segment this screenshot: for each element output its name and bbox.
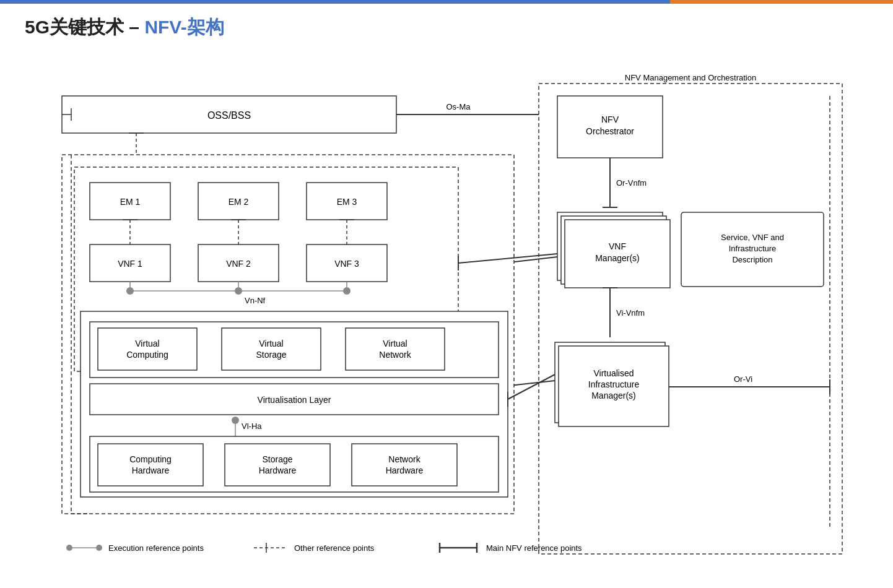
virtualisation-layer-label: Virtualisation Layer bbox=[258, 395, 331, 405]
svg-rect-64 bbox=[225, 444, 330, 486]
vnf1-label: VNF 1 bbox=[118, 259, 142, 269]
main-nfv-ref-label: Main NFV reference points bbox=[486, 543, 582, 553]
svg-text:Storage: Storage bbox=[256, 350, 286, 360]
page-title: 5G关键技术 – NFV-架构 bbox=[0, 4, 893, 46]
svg-text:Infrastructure: Infrastructure bbox=[729, 244, 777, 253]
vnf-manager-label: VNF bbox=[609, 241, 626, 251]
top-bar bbox=[0, 0, 893, 4]
vnf3-label: VNF 3 bbox=[334, 259, 359, 269]
vi-ha-label: Vl-Ha bbox=[242, 422, 262, 431]
em3-label: EM 3 bbox=[337, 197, 357, 207]
title-prefix: 5G关键技术 – bbox=[25, 17, 144, 37]
top-bar-orange bbox=[670, 0, 894, 4]
storage-hardware-label: Storage bbox=[262, 454, 292, 464]
svg-rect-52 bbox=[98, 328, 197, 370]
os-ma-label: Os-Ma bbox=[446, 102, 471, 111]
or-vnfm-label: Or-Vnfm bbox=[616, 178, 647, 188]
nfv-mano-label: NFV Management and Orchestration bbox=[625, 73, 756, 82]
svg-rect-54 bbox=[222, 328, 321, 370]
svg-rect-66 bbox=[352, 444, 457, 486]
em1-label: EM 1 bbox=[120, 197, 141, 207]
vim-label: Virtualised bbox=[593, 368, 634, 378]
svg-text:Computing: Computing bbox=[126, 350, 168, 360]
or-vi-label: Or-Vi bbox=[734, 374, 752, 384]
diagram-area: OSS/BSS Os-Ma NFV Management and Orchest… bbox=[0, 46, 893, 588]
oss-bss-label: OSS/BSS bbox=[207, 110, 251, 121]
title-highlight: NFV-架构 bbox=[144, 17, 224, 37]
virtual-network-label: Virtual bbox=[383, 339, 407, 348]
nfv-orchestrator-label: NFV bbox=[601, 115, 619, 124]
svg-rect-56 bbox=[346, 328, 445, 370]
em2-label: EM 2 bbox=[229, 197, 249, 207]
svg-point-59 bbox=[232, 417, 239, 424]
page-container: 5G关键技术 – NFV-架构 OSS/BSS Os-Ma NFV Manage… bbox=[0, 0, 893, 588]
other-ref-label: Other reference points bbox=[294, 543, 375, 553]
computing-hardware-label: Computing bbox=[129, 454, 172, 464]
network-hardware-label: Network bbox=[388, 454, 420, 464]
vn-nf-label: Vn-Nf bbox=[245, 296, 266, 305]
svg-rect-62 bbox=[98, 444, 203, 486]
exec-ref-label: Execution reference points bbox=[108, 543, 204, 553]
svg-text:Network: Network bbox=[379, 350, 411, 360]
svg-text:Manager(s): Manager(s) bbox=[595, 253, 640, 263]
svg-point-79 bbox=[96, 545, 102, 551]
top-bar-blue bbox=[0, 0, 670, 4]
virtual-computing-label: Virtual bbox=[135, 339, 159, 348]
svg-text:Orchestrator: Orchestrator bbox=[586, 126, 634, 136]
svg-point-77 bbox=[66, 545, 72, 551]
svg-text:Hardware: Hardware bbox=[386, 465, 424, 475]
virtual-storage-label: Virtual bbox=[259, 339, 283, 348]
nfv-diagram: OSS/BSS Os-Ma NFV Management and Orchest… bbox=[25, 53, 867, 585]
svg-text:Hardware: Hardware bbox=[132, 465, 170, 475]
svg-text:Infrastructure: Infrastructure bbox=[588, 379, 640, 389]
svg-text:Description: Description bbox=[732, 255, 772, 264]
vi-vnfm-label: Vi-Vnfm bbox=[616, 308, 645, 318]
service-desc-label: Service, VNF and bbox=[721, 233, 784, 242]
svg-text:Hardware: Hardware bbox=[259, 465, 297, 475]
svg-text:Manager(s): Manager(s) bbox=[591, 391, 636, 400]
vnf2-label: VNF 2 bbox=[226, 259, 251, 269]
